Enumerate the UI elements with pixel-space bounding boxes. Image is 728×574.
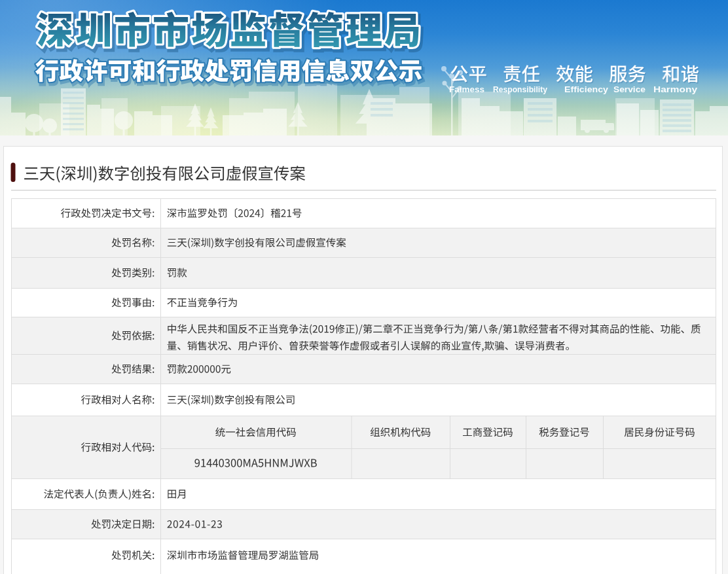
- svg-text:Responsibility: Responsibility: [493, 84, 548, 94]
- svg-text:Efficiency: Efficiency: [564, 84, 609, 94]
- svg-text:Service: Service: [613, 84, 646, 94]
- svg-text:Faimess: Faimess: [449, 84, 484, 94]
- svg-text:Harmony: Harmony: [653, 84, 698, 94]
